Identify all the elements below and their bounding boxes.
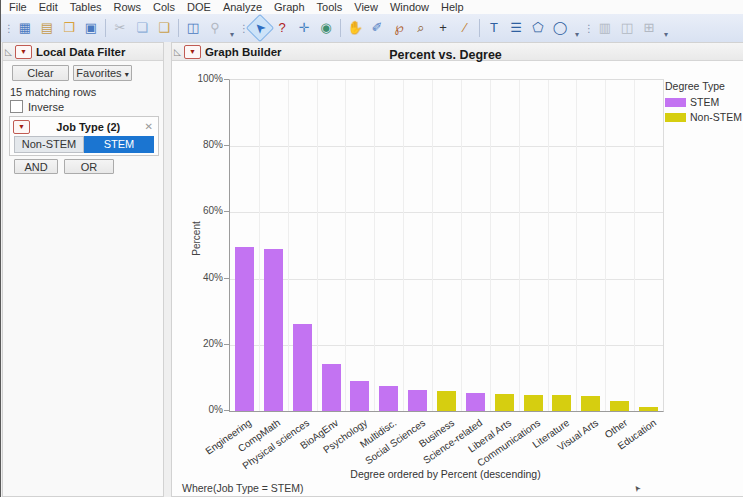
toolbar-grip: ⋮ [4, 23, 12, 34]
red-triangle-icon: ▼ [189, 48, 196, 55]
bar-physical-sciences[interactable] [293, 324, 312, 411]
menu-item-file[interactable]: File [3, 0, 33, 14]
menu-item-view[interactable]: View [348, 0, 384, 14]
collapse-triangle-icon[interactable]: ◺ [5, 47, 12, 57]
category-separator [259, 80, 260, 411]
y-gridline [230, 212, 663, 213]
favorites-button[interactable]: Favorites ▾ [73, 65, 132, 81]
y-gridline [230, 146, 663, 147]
menu-item-cols[interactable]: Cols [147, 0, 181, 14]
bar-bioagenv[interactable] [322, 364, 341, 411]
category-separator [576, 80, 577, 411]
grabber-hand-tool-icon[interactable]: ✋ [345, 18, 365, 38]
toolbar: ⋮▦▤❒▣✂❏❑◫⚲▾⋮➤?✛◉✋✐℘⌕+∕T☰⬠◯▾⋮▥◫⊞▾ [1, 14, 743, 42]
toolbar-overflow-button[interactable]: ▾ [228, 30, 236, 42]
new-data-table-icon[interactable]: ▦ [15, 18, 35, 38]
toolbar-overflow-button[interactable]: ▾ [662, 30, 670, 42]
filter-menu-button[interactable]: ▼ [15, 45, 32, 59]
toolbar-separator [105, 19, 106, 37]
bar-liberal-arts[interactable] [495, 394, 514, 411]
menu-item-help[interactable]: Help [435, 0, 470, 14]
bar-visual-arts[interactable] [581, 396, 600, 411]
job-type-title: Job Type (2) [34, 121, 143, 133]
bar-communications[interactable] [524, 395, 543, 411]
toolbar-overflow-button[interactable]: ▾ [573, 30, 581, 42]
or-button[interactable]: OR [64, 159, 114, 174]
bar-compmath[interactable] [264, 249, 283, 411]
lasso-tool-icon[interactable]: ℘ [389, 18, 409, 38]
oval-annotation-icon[interactable]: ◯ [550, 18, 570, 38]
toolbar-separator [340, 19, 341, 37]
annotate-tool-icon[interactable]: T [484, 18, 504, 38]
close-icon[interactable]: ✕ [143, 121, 155, 132]
bar-psychology[interactable] [350, 381, 369, 411]
category-separator [288, 80, 289, 411]
collapse-triangle-icon[interactable]: ◺ [174, 47, 181, 57]
paste-icon[interactable]: ❑ [154, 18, 174, 38]
plot-area[interactable] [229, 79, 664, 412]
new-journal-icon[interactable]: ▤ [37, 18, 57, 38]
inverse-label: Inverse [28, 101, 64, 113]
clear-button[interactable]: Clear [12, 65, 69, 81]
open-icon[interactable]: ❒ [59, 18, 79, 38]
bar-multidisc-[interactable] [379, 386, 398, 411]
menu-item-tools[interactable]: Tools [311, 0, 349, 14]
job-type-options: Non-STEM STEM [14, 136, 154, 153]
category-separator [461, 80, 462, 411]
bar-other[interactable] [610, 401, 629, 411]
bar-education[interactable] [639, 407, 658, 411]
bar-literature[interactable] [552, 395, 571, 411]
graph-builder-menu-button[interactable]: ▼ [184, 45, 201, 59]
bar-social-sciences[interactable] [408, 390, 427, 411]
category-separator [374, 80, 375, 411]
help-tool-icon[interactable]: ? [272, 18, 292, 38]
graph-panel-header: ◺ ▼ Graph Builder [172, 43, 743, 61]
job-type-filter-card: ▼ Job Type (2) ✕ Non-STEM STEM [9, 116, 159, 156]
graph-panel-title: Graph Builder [205, 46, 282, 58]
menu-item-graph[interactable]: Graph [268, 0, 311, 14]
data-table-window-icon[interactable]: ◫ [183, 18, 203, 38]
inverse-checkbox[interactable] [10, 100, 23, 113]
inverse-row: Inverse [10, 100, 64, 113]
polygon-annotation-icon[interactable]: ⬠ [528, 18, 548, 38]
arrow-tool-icon[interactable]: ➤ [246, 14, 274, 42]
brush-tool-icon[interactable]: ✐ [367, 18, 387, 38]
menu-item-analyze[interactable]: Analyze [217, 0, 268, 14]
magnifier-tool-icon[interactable]: ⌕ [411, 18, 431, 38]
menu-item-doe[interactable]: DOE [181, 0, 217, 14]
red-triangle-icon: ▼ [20, 48, 27, 55]
red-triangle-icon: ▼ [18, 123, 25, 130]
menu-item-window[interactable]: Window [384, 0, 435, 14]
filter-option-stem[interactable]: STEM [84, 136, 154, 153]
lock-icon: ⚲ [205, 18, 225, 38]
menu-item-edit[interactable]: Edit [33, 0, 64, 14]
filter-option-non-stem[interactable]: Non-STEM [14, 136, 84, 153]
paste-columns-icon: ◫ [617, 18, 637, 38]
menu-item-tables[interactable]: Tables [64, 0, 108, 14]
crosshair-tool-icon[interactable]: + [433, 18, 453, 38]
save-icon[interactable]: ▣ [81, 18, 101, 38]
category-separator [345, 80, 346, 411]
line-annotation-icon[interactable]: ☰ [506, 18, 526, 38]
category-separator [432, 80, 433, 411]
job-type-card-header: ▼ Job Type (2) ✕ [10, 117, 158, 135]
job-type-menu-button[interactable]: ▼ [13, 120, 30, 134]
category-separator [605, 80, 606, 411]
move-tool-icon[interactable]: ✛ [294, 18, 314, 38]
category-separator [403, 80, 404, 411]
globe-tool-icon[interactable]: ◉ [316, 18, 336, 38]
bar-business[interactable] [437, 391, 456, 411]
y-gridline [230, 279, 663, 280]
category-separator [519, 80, 520, 411]
scroller-tool-icon[interactable]: ∕ [455, 18, 475, 38]
category-separator [317, 80, 318, 411]
category-separator [490, 80, 491, 411]
copy-icon[interactable]: ❏ [132, 18, 152, 38]
update-window-icon: ⊞ [639, 18, 659, 38]
and-button[interactable]: AND [14, 159, 58, 174]
matching-rows-text: 15 matching rows [10, 86, 96, 98]
bar-science-related[interactable] [466, 393, 485, 411]
bar-engineering[interactable] [235, 247, 254, 411]
menu-item-rows[interactable]: Rows [108, 0, 148, 14]
favorites-label: Favorites [76, 67, 121, 79]
